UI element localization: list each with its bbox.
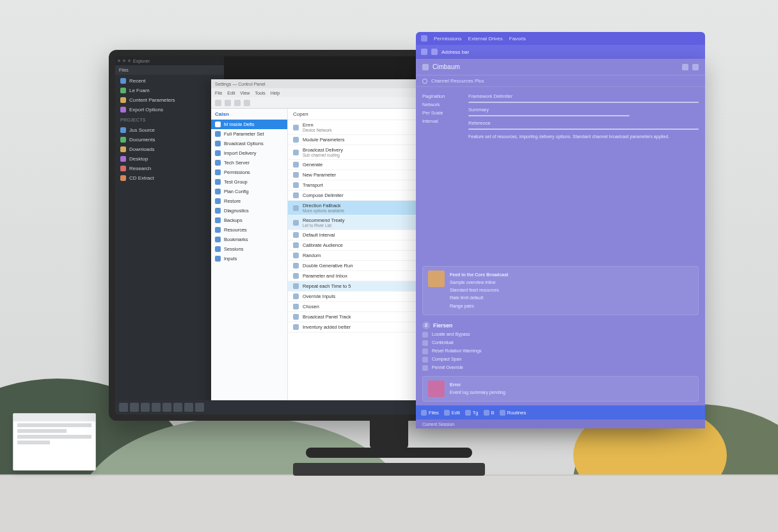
folder-icon — [120, 175, 126, 181]
footer-item[interactable]: Tg — [465, 410, 479, 416]
item-subtitle: Sub channel routing — [303, 153, 343, 157]
text-input[interactable] — [468, 115, 630, 116]
item-label: Recent — [129, 78, 145, 84]
item-label: Permissions — [224, 169, 250, 175]
forward-icon[interactable] — [431, 49, 438, 55]
text-input[interactable] — [468, 129, 699, 130]
menu-item[interactable]: Help — [271, 91, 280, 95]
list-item[interactable]: Reset Rotation Warnings — [416, 347, 705, 356]
taskbar-app-icon[interactable] — [119, 403, 128, 412]
sidebar-item[interactable]: Sessions — [211, 244, 287, 254]
light-sidebar[interactable]: Calsn M Inside DeflsFull Parameter SetBr… — [211, 109, 288, 414]
item-icon — [215, 160, 221, 166]
taskbar-app-icon[interactable] — [152, 403, 161, 412]
item-title: Generate — [303, 162, 322, 168]
list-item[interactable]: Contextual — [416, 339, 705, 347]
sidebar-item[interactable]: Jus Source — [115, 125, 224, 135]
toolbar-icon[interactable] — [225, 100, 231, 106]
purple-footer[interactable]: Files Edit Tg B Routines — [416, 405, 705, 419]
purple-card[interactable]: Feed to the Core BroadcastSample overvie… — [422, 266, 699, 315]
dark-app-titlebar[interactable]: Explorer — [115, 56, 224, 65]
footer-item[interactable]: Files — [421, 410, 439, 416]
sidebar-item[interactable]: Research — [115, 164, 224, 173]
sidebar-item[interactable]: Bookmarks — [211, 235, 287, 244]
footer-item[interactable]: B — [484, 410, 495, 416]
sidebar-item[interactable]: Recent — [115, 76, 224, 86]
sidebar-item[interactable]: Permissions — [211, 168, 287, 177]
text-input[interactable] — [468, 102, 699, 103]
item-subtitle: Let to River List — [303, 223, 344, 228]
menu-item[interactable]: File — [215, 91, 222, 95]
sidebar-item[interactable]: Backups — [211, 215, 287, 225]
taskbar-app-icon[interactable] — [141, 403, 150, 412]
item-label: Broadcast Options — [224, 141, 264, 146]
menu-item[interactable]: Edit — [227, 91, 235, 95]
field-label: Framework Delimiter — [468, 93, 699, 99]
footer-item[interactable]: Routines — [500, 410, 527, 416]
tab[interactable]: Permissions — [434, 36, 462, 42]
sidebar-item[interactable]: Test Group — [211, 177, 287, 187]
sidebar-item[interactable]: Downloads — [115, 145, 224, 154]
sidebar-item[interactable]: Desktop — [115, 154, 224, 164]
toolbar-icon[interactable] — [215, 100, 221, 106]
taskbar-app-icon[interactable] — [173, 403, 182, 412]
sidebar-item[interactable]: Export Options — [115, 105, 224, 114]
sidebar-item[interactable]: Import Delivery — [211, 148, 287, 158]
footer-icon — [484, 410, 489, 416]
item-label: Export Options — [129, 107, 163, 113]
list-item[interactable]: Compact Span — [416, 356, 705, 364]
sidebar-item[interactable]: Documents — [115, 135, 224, 145]
taskbar-app-icon[interactable] — [130, 403, 139, 412]
menu-item[interactable]: Tools — [255, 91, 265, 95]
sidebar-item[interactable]: Restore — [211, 196, 287, 206]
dark-app-header: Files — [115, 65, 224, 75]
window-title: Settings — Control Panel — [215, 82, 266, 86]
menu-item[interactable]: View — [240, 91, 250, 95]
toolbar-icon[interactable] — [244, 100, 250, 106]
item-icon — [293, 182, 299, 188]
card-line: Sample overview inline — [450, 279, 693, 286]
sidebar-item[interactable]: Content Parameters — [115, 95, 224, 105]
sidebar-item[interactable]: Inputs — [211, 254, 287, 263]
field-label: Per Scale — [422, 110, 461, 116]
sidebar-item[interactable]: Tech Server — [211, 158, 287, 168]
list-item[interactable]: Permit Override — [416, 364, 705, 372]
close-icon[interactable] — [692, 64, 699, 70]
purple-card[interactable]: ErrorEvent log summary pending — [422, 376, 699, 402]
purple-chrome-bar[interactable]: Address bar — [416, 45, 705, 59]
card-line: Rate limit default — [450, 295, 693, 301]
footer-item[interactable]: Edit — [444, 410, 460, 416]
item-icon — [215, 169, 221, 175]
taskbar-app-icon[interactable] — [195, 403, 204, 412]
sidebar-item[interactable]: Resources — [211, 225, 287, 235]
purple-subtitle: Channel Resources Plus — [431, 78, 484, 84]
item-label: Test Group — [224, 179, 248, 185]
sidebar-item[interactable]: Full Parameter Set — [211, 129, 287, 139]
sidebar-item[interactable]: Le Foam — [115, 86, 224, 95]
sidebar-item[interactable]: Diagnostics — [211, 206, 287, 215]
item-icon — [215, 150, 221, 156]
purple-app-window[interactable]: PermissionsExternal DrivesFavoris Addres… — [416, 32, 705, 428]
bullet-icon — [422, 365, 428, 371]
item-title: Random — [303, 253, 321, 258]
item-icon — [215, 246, 221, 252]
footer-icon — [465, 410, 471, 416]
menu-icon[interactable] — [422, 64, 429, 70]
sidebar-item[interactable]: Plan Config — [211, 187, 287, 196]
sidebar-item[interactable]: Broadcast Options — [211, 139, 287, 148]
toolbar-icon[interactable] — [234, 100, 241, 106]
list-item[interactable]: Locate and Bypass — [416, 331, 705, 339]
settings-icon[interactable] — [682, 64, 688, 70]
sidebar-item[interactable]: M Inside Defls — [211, 120, 287, 129]
tab[interactable]: External Drives — [468, 36, 503, 42]
back-icon[interactable] — [421, 49, 427, 55]
taskbar-app-icon[interactable] — [163, 403, 171, 412]
tab[interactable]: Favoris — [509, 36, 526, 42]
item-icon — [215, 179, 221, 185]
purple-outer-tabbar[interactable]: PermissionsExternal DrivesFavoris — [416, 32, 705, 45]
taskbar-app-icon[interactable] — [184, 403, 193, 412]
folder-icon — [120, 107, 126, 113]
sidebar-item[interactable]: CD Extract — [115, 173, 224, 183]
item-label: Resources — [224, 227, 247, 233]
dark-app-window[interactable]: Explorer Files RecentLe FoamContent Para… — [115, 56, 224, 402]
